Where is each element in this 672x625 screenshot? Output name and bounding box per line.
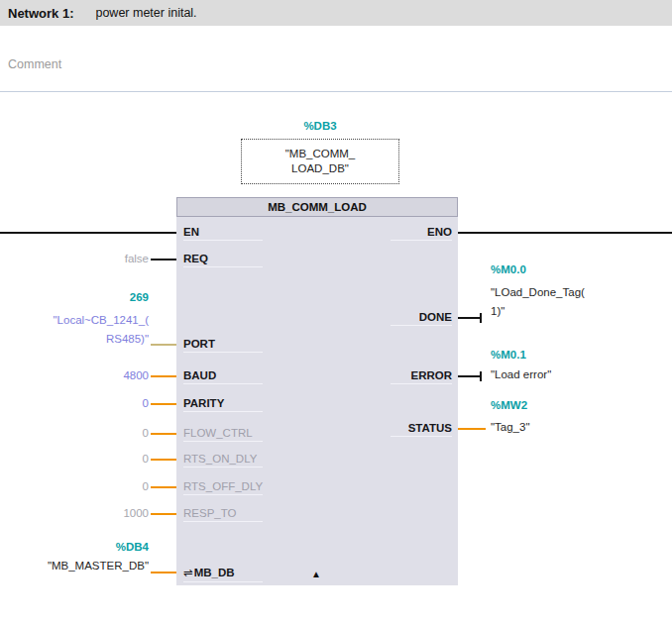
- done-wire: [458, 317, 480, 319]
- parity-value[interactable]: 0: [0, 397, 149, 409]
- mb-db-operand[interactable]: "MB_MASTER_DB": [0, 560, 149, 572]
- resp-to-wire: [151, 513, 176, 515]
- resp-to-value[interactable]: 1000: [0, 507, 149, 519]
- status-address[interactable]: %MW2: [491, 399, 527, 411]
- mb-db-address[interactable]: %DB4: [0, 541, 149, 553]
- rts-on-dly-wire: [151, 459, 176, 461]
- baud-value[interactable]: 4800: [0, 369, 149, 381]
- flow-ctrl-value[interactable]: 0: [0, 427, 149, 439]
- network-comment-field[interactable]: Comment: [8, 57, 61, 71]
- port-operand-line2[interactable]: RS485)": [0, 333, 149, 345]
- pin-done[interactable]: DONE: [391, 311, 452, 326]
- network-title-text[interactable]: power meter inital.: [95, 6, 196, 20]
- left-rail-wire: [0, 232, 176, 234]
- pin-en[interactable]: EN: [183, 226, 263, 241]
- status-operand[interactable]: "Tag_3": [491, 421, 530, 433]
- pin-rts-off-dly[interactable]: RTS_OFF_DLY: [183, 480, 263, 495]
- done-operand-line2[interactable]: 1)": [491, 305, 504, 317]
- ladder-editor-network: Network 1: power meter inital. Comment %…: [0, 0, 672, 625]
- collapse-triangle-icon[interactable]: ▲: [311, 570, 321, 579]
- pin-flow-ctrl[interactable]: FLOW_CTRL: [183, 427, 263, 442]
- port-value[interactable]: 269: [0, 291, 149, 303]
- error-wire: [458, 375, 480, 377]
- pin-resp-to[interactable]: RESP_TO: [183, 507, 263, 522]
- pin-baud[interactable]: BAUD: [183, 369, 263, 384]
- parity-wire: [151, 403, 176, 405]
- pin-error[interactable]: ERROR: [391, 369, 452, 384]
- pin-parity[interactable]: PARITY: [183, 397, 263, 412]
- error-wire-endbar: [480, 371, 482, 381]
- rts-on-dly-value[interactable]: 0: [0, 453, 149, 465]
- req-wire: [151, 259, 176, 260]
- instance-db-address[interactable]: %DB3: [241, 120, 399, 132]
- pin-mb-db[interactable]: ⇌MB_DB: [183, 566, 263, 582]
- rts-off-dly-value[interactable]: 0: [0, 480, 149, 492]
- port-wire: [151, 344, 176, 346]
- rts-off-dly-wire: [151, 486, 176, 488]
- port-operand-line1[interactable]: "Local~CB_1241_(: [0, 314, 149, 326]
- done-operand-line1[interactable]: "LOad_Done_Tag(: [491, 286, 585, 298]
- comment-separator: [0, 91, 672, 92]
- network-number-label: Network 1:: [8, 6, 73, 21]
- mb-db-wire: [151, 572, 176, 573]
- pin-status[interactable]: STATUS: [391, 422, 452, 437]
- instance-db-name-line1: "MB_COMM_: [285, 147, 356, 161]
- pin-mb-db-label: MB_DB: [194, 567, 235, 578]
- error-operand[interactable]: "Load error": [491, 368, 551, 380]
- status-wire: [458, 428, 486, 430]
- eno-output-wire: [458, 232, 672, 234]
- baud-wire: [151, 375, 176, 377]
- inout-icon: ⇌: [183, 567, 193, 578]
- pin-req[interactable]: REQ: [183, 253, 263, 267]
- network-title-bar[interactable]: Network 1: power meter inital.: [0, 0, 672, 26]
- flow-ctrl-wire: [151, 433, 176, 435]
- pin-port[interactable]: PORT: [183, 338, 263, 353]
- pin-rts-on-dly[interactable]: RTS_ON_DLY: [183, 453, 263, 468]
- done-address[interactable]: %M0.0: [491, 263, 526, 275]
- pin-eno[interactable]: ENO: [391, 226, 452, 241]
- req-value[interactable]: false: [0, 253, 149, 264]
- error-address[interactable]: %M0.1: [491, 349, 526, 361]
- block-title[interactable]: MB_COMM_LOAD: [176, 197, 458, 217]
- instance-db-name-box[interactable]: "MB_COMM_ LOAD_DB": [241, 139, 399, 184]
- done-wire-endbar: [480, 313, 482, 323]
- instance-db-name-line2: LOAD_DB": [291, 161, 349, 176]
